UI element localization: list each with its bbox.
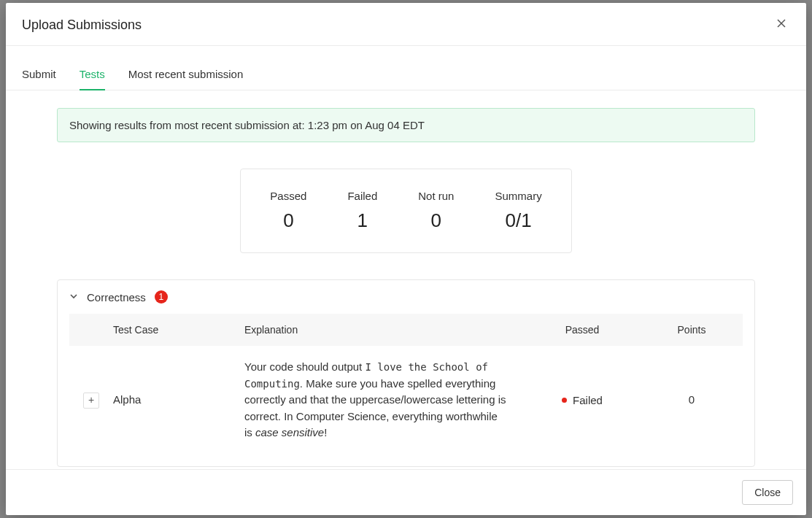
stat-notrun-value: 0 (418, 209, 454, 232)
tab-tests[interactable]: Tests (80, 68, 105, 90)
correctness-panel: Correctness 1 Test Case Explanation Pass… (57, 279, 755, 467)
col-expand (69, 324, 113, 336)
stat-passed-value: 0 (270, 209, 306, 232)
correctness-badge: 1 (155, 290, 168, 304)
explanation-post: ! (324, 426, 327, 438)
correctness-title: Correctness (87, 291, 146, 304)
stat-failed-label: Failed (347, 190, 377, 202)
stat-summary-value: 0/1 (495, 209, 541, 232)
modal-title: Upload Submissions (22, 18, 142, 33)
close-icon[interactable] (773, 15, 790, 35)
col-points: Points (641, 324, 743, 336)
stat-notrun-label: Not run (418, 190, 454, 202)
row-testcase: Alpha (113, 392, 244, 409)
tab-most-recent-submission[interactable]: Most recent submission (128, 68, 244, 90)
stat-failed-value: 1 (347, 209, 377, 232)
row-passed: Failed (524, 391, 641, 409)
explanation-italic: case sensitive (255, 426, 324, 438)
stat-passed: Passed 0 (270, 190, 306, 232)
col-explanation: Explanation (244, 324, 524, 336)
close-button[interactable]: Close (742, 480, 793, 505)
stat-notrun: Not run 0 (418, 190, 454, 232)
col-testcase: Test Case (113, 324, 244, 336)
col-passed: Passed (524, 324, 641, 336)
modal-footer: Close (6, 469, 806, 515)
status-failed: Failed (562, 393, 603, 409)
stat-passed-label: Passed (270, 190, 306, 202)
test-table: Test Case Explanation Passed Points + Al… (69, 314, 743, 455)
status-failed-label: Failed (573, 393, 603, 409)
table-row: + Alpha Your code should output I love t… (69, 346, 743, 455)
row-points: 0 (641, 392, 743, 409)
explanation-pre: Your code should output (244, 360, 365, 373)
tab-submit[interactable]: Submit (22, 68, 56, 90)
table-header: Test Case Explanation Passed Points (69, 314, 743, 346)
upload-submissions-modal: Upload Submissions Submit Tests Most rec… (6, 3, 806, 515)
stat-summary-label: Summary (495, 190, 541, 202)
stats-card: Passed 0 Failed 1 Not run 0 Summary 0/1 (240, 169, 571, 253)
tests-content: Showing results from most recent submiss… (6, 90, 806, 469)
row-explanation: Your code should output I love the Schoo… (244, 359, 524, 441)
expand-row-button[interactable]: + (83, 393, 99, 409)
row-expand-cell: + (69, 392, 113, 409)
dot-red-icon (562, 398, 567, 403)
tabs: Submit Tests Most recent submission (6, 68, 806, 90)
stat-failed: Failed 1 (347, 190, 377, 232)
stat-summary: Summary 0/1 (495, 190, 541, 232)
chevron-down-icon (69, 290, 78, 304)
modal-header: Upload Submissions (6, 3, 806, 46)
results-notice: Showing results from most recent submiss… (57, 108, 755, 142)
correctness-header[interactable]: Correctness 1 (58, 280, 754, 314)
modal-body: Submit Tests Most recent submission Show… (6, 46, 806, 469)
